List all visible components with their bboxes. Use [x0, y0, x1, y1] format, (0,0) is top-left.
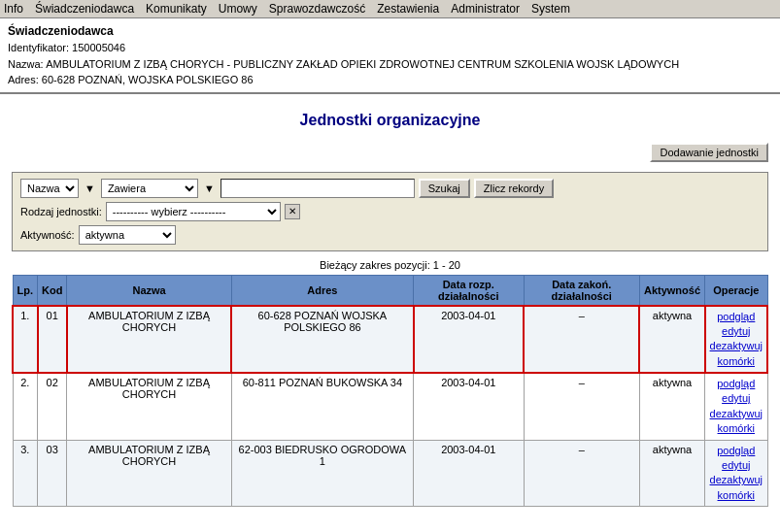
op-link-edytuj[interactable]: edytuj: [710, 324, 763, 339]
menu-item-info[interactable]: Info: [4, 2, 23, 16]
nazwa-cell: AMBULATORIUM Z IZBĄ CHORYCH: [67, 306, 231, 374]
add-button-row: Dodawanie jednostki: [12, 143, 768, 162]
col-header-nazwa: Nazwa: [67, 275, 231, 306]
aktywnosc-cell: aktywna: [639, 440, 704, 507]
op-link-komórki[interactable]: komórki: [709, 488, 763, 503]
unit-type-label: Rodzaj jednostki:: [20, 206, 102, 217]
search-row2: Rodzaj jednostki: ---------- wybierz ---…: [20, 202, 760, 221]
ops-cell: podglądedytujdezaktywujkomórki: [705, 306, 767, 374]
header-name: Nazwa: AMBULATORIUM Z IZBĄ CHORYCH - PUB…: [8, 56, 772, 73]
adres-cell: 60-811 POZNAŃ BUKOWSKA 34: [231, 373, 413, 440]
menu-item-świadczeniodawca[interactable]: Świadczeniodawca: [35, 2, 134, 16]
search-button[interactable]: Szukaj: [419, 179, 470, 198]
nazwa-cell: AMBULATORIUM Z IZBĄ CHORYCH: [67, 373, 231, 440]
header-info: Świadczeniodawca Identyfikator: 15000504…: [0, 18, 780, 94]
clear-unit-type-icon[interactable]: ✕: [285, 204, 300, 219]
id-value: 150005046: [72, 42, 125, 53]
activity-label: Aktywność:: [20, 229, 75, 241]
header-address: Adres: 60-628 POZNAŃ, WOJSKA POLSKIEGO 8…: [8, 72, 772, 88]
count-button[interactable]: Zlicz rekordy: [474, 179, 554, 198]
data-rozp-cell: 2003-04-01: [414, 440, 524, 507]
menu-bar: InfoŚwiadczeniodawcaKomunikatyUmowySpraw…: [0, 0, 780, 18]
table-row: 2.02AMBULATORIUM Z IZBĄ CHORYCH60-811 PO…: [13, 373, 767, 440]
col-header-kod: Kod: [38, 275, 67, 306]
table-body: 1.01AMBULATORIUM Z IZBĄ CHORYCH60-628 PO…: [13, 306, 767, 507]
kod-cell: 01: [38, 306, 67, 374]
ops-cell: podglądedytujdezaktywujkomórki: [705, 440, 767, 507]
ops-cell: podglądedytujdezaktywujkomórki: [705, 373, 767, 440]
op-link-edytuj[interactable]: edytuj: [709, 458, 763, 473]
col-header-data-zako---dzia-alno-ci: Data zakoń. działalności: [524, 275, 639, 306]
aktywnosc-cell: aktywna: [639, 306, 704, 374]
search-area: Nazwa Kod ▼ Zawiera Równa się Zaczyna si…: [12, 172, 768, 251]
adres-cell: 62-003 BIEDRUSKO OGRODOWA 1: [231, 440, 413, 507]
op-link-podgląd[interactable]: podgląd: [709, 444, 763, 458]
col-header-operacje: Operacje: [705, 275, 767, 306]
op-link-dezaktywuj[interactable]: dezaktywuj: [709, 473, 763, 487]
adres-cell: 60-628 POZNAŃ WOJSKA POLSKIEGO 86: [231, 306, 413, 374]
address-label: Adres:: [8, 74, 39, 85]
op-link-podgląd[interactable]: podgląd: [709, 377, 763, 391]
search-condition-select[interactable]: Zawiera Równa się Zaczyna się od: [101, 179, 198, 198]
col-header-lp-: Lp.: [13, 275, 38, 306]
data-rozp-cell: 2003-04-01: [414, 373, 524, 440]
lp-cell: 2.: [13, 373, 38, 440]
op-link-komórki[interactable]: komórki: [710, 354, 763, 369]
nazwa-cell: AMBULATORIUM Z IZBĄ CHORYCH: [67, 440, 231, 507]
col-header-aktywno--: Aktywność: [639, 275, 704, 306]
add-unit-button[interactable]: Dodawanie jednostki: [650, 143, 768, 162]
menu-item-sprawozdawczość[interactable]: Sprawozdawczość: [269, 2, 365, 16]
search-field-select[interactable]: Nazwa Kod: [20, 179, 79, 198]
table-row: 1.01AMBULATORIUM Z IZBĄ CHORYCH60-628 PO…: [13, 306, 767, 374]
kod-cell: 02: [38, 373, 67, 440]
name-value: AMBULATORIUM Z IZBĄ CHORYCH - PUBLICZNY …: [46, 58, 679, 70]
id-label: Identyfikator:: [8, 42, 69, 53]
data-zan-cell: –: [524, 306, 639, 374]
col-header-adres: Adres: [231, 275, 413, 306]
menu-item-zestawienia[interactable]: Zestawienia: [377, 2, 439, 16]
search-input[interactable]: [220, 179, 415, 198]
name-label: Nazwa:: [8, 58, 44, 70]
search-row1: Nazwa Kod ▼ Zawiera Równa się Zaczyna si…: [20, 179, 760, 198]
main-content: Jednostki organizacyjne Dodawanie jednos…: [0, 94, 780, 533]
activity-select[interactable]: aktywna nieaktywna wszystkie: [79, 225, 176, 245]
address-value: 60-628 POZNAŃ, WOJSKA POLSKIEGO 86: [42, 74, 254, 85]
search-row3: Aktywność: aktywna nieaktywna wszystkie: [20, 225, 760, 245]
op-link-komórki[interactable]: komórki: [709, 421, 763, 436]
header-id: Identyfikator: 150005046: [8, 40, 772, 56]
menu-item-system[interactable]: System: [531, 2, 570, 16]
page-title-area: Jednostki organizacyjne: [12, 102, 768, 143]
kod-cell: 03: [38, 440, 67, 507]
provider-title: Świadczeniodawca: [8, 22, 772, 40]
menu-item-umowy[interactable]: Umowy: [219, 2, 257, 16]
range-text: Bieżący zakres pozycji: 1 - 20: [12, 259, 768, 271]
data-table: Lp.KodNazwaAdresData rozp. działalnościD…: [12, 275, 768, 508]
unit-type-select[interactable]: ---------- wybierz ----------: [106, 202, 281, 221]
page-title: Jednostki organizacyjne: [12, 112, 768, 129]
data-rozp-cell: 2003-04-01: [414, 306, 524, 374]
table-row: 3.03AMBULATORIUM Z IZBĄ CHORYCH62-003 BI…: [13, 440, 767, 507]
aktywnosc-cell: aktywna: [639, 373, 704, 440]
table-header-row: Lp.KodNazwaAdresData rozp. działalnościD…: [13, 275, 767, 306]
op-link-dezaktywuj[interactable]: dezaktywuj: [710, 339, 763, 353]
op-link-podgląd[interactable]: podgląd: [710, 310, 763, 324]
data-zan-cell: –: [524, 440, 639, 507]
lp-cell: 3.: [13, 440, 38, 507]
col-header-data-rozp--dzia-alno-ci: Data rozp. działalności: [414, 275, 524, 306]
menu-item-komunikaty[interactable]: Komunikaty: [146, 2, 207, 16]
op-link-edytuj[interactable]: edytuj: [709, 391, 763, 406]
op-link-dezaktywuj[interactable]: dezaktywuj: [709, 407, 763, 421]
data-zan-cell: –: [524, 373, 639, 440]
menu-item-administrator[interactable]: Administrator: [451, 2, 520, 16]
lp-cell: 1.: [13, 306, 38, 374]
